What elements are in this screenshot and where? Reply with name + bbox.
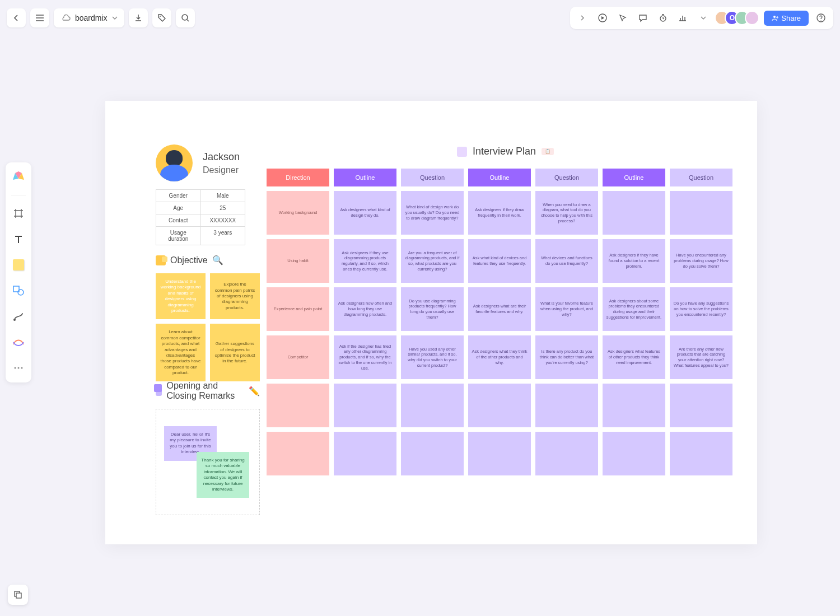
avatar[interactable] bbox=[745, 11, 759, 25]
plan-cell[interactable] bbox=[603, 384, 665, 427]
svg-point-8 bbox=[13, 319, 16, 321]
profile-key: Contact bbox=[156, 214, 201, 226]
svg-point-10 bbox=[18, 367, 20, 369]
plan-header: Direction bbox=[267, 169, 329, 186]
profile-name: Jackson bbox=[203, 151, 240, 163]
more-button[interactable] bbox=[696, 10, 711, 26]
topbar: boardmix O Share bbox=[7, 7, 833, 29]
plan-direction[interactable]: Competitor bbox=[267, 335, 329, 379]
back-button[interactable] bbox=[7, 8, 26, 27]
profile-row: ContactXXXXXXX bbox=[156, 214, 245, 227]
shape-tool[interactable] bbox=[11, 283, 26, 298]
plan-cell[interactable]: Ask what kind of devices and features th… bbox=[468, 239, 531, 283]
svg-point-9 bbox=[15, 367, 16, 369]
profile-val: Male bbox=[201, 190, 245, 202]
profile-key: Gender bbox=[156, 190, 201, 202]
plan-cell[interactable] bbox=[468, 432, 531, 475]
board-title-box[interactable]: boardmix bbox=[54, 8, 124, 27]
plan-cell[interactable] bbox=[401, 432, 464, 475]
plan-cell[interactable] bbox=[603, 191, 665, 235]
objective-note[interactable]: Explore the common pain points of design… bbox=[210, 273, 260, 319]
plan-cell[interactable]: When you need to draw a diagram, what to… bbox=[535, 191, 598, 235]
plan-cell[interactable] bbox=[670, 432, 732, 475]
pen-tool[interactable] bbox=[11, 334, 26, 350]
plan-tag: 📋 bbox=[542, 148, 554, 155]
search-button[interactable] bbox=[176, 8, 195, 27]
plan-direction[interactable]: Experience and pain point bbox=[267, 287, 329, 331]
plan-cell[interactable] bbox=[670, 384, 732, 427]
objective-note[interactable]: Gather suggestions of designers to optim… bbox=[210, 324, 260, 381]
plan-cell[interactable]: Ask designers about some problems they e… bbox=[603, 287, 665, 331]
svg-point-7 bbox=[18, 290, 24, 295]
plan-cell[interactable]: What kind of design work do you usually … bbox=[401, 191, 464, 235]
plan-cell[interactable]: Are you a frequent user of diagramming p… bbox=[401, 239, 464, 283]
plan-cell[interactable]: Ask designers what features of other pro… bbox=[603, 335, 665, 379]
plan-cell[interactable]: Ask designers what are their favorite fe… bbox=[468, 287, 531, 331]
plan-direction[interactable] bbox=[267, 432, 329, 475]
plan-cell[interactable] bbox=[603, 432, 665, 475]
sticky-icon bbox=[156, 386, 162, 396]
expand-button[interactable] bbox=[575, 10, 590, 26]
connector-tool[interactable] bbox=[11, 309, 26, 324]
play-button[interactable] bbox=[595, 10, 610, 26]
plan-header: Question bbox=[401, 169, 464, 186]
share-button[interactable]: Share bbox=[764, 11, 809, 26]
download-button[interactable] bbox=[129, 8, 148, 27]
plan-cell[interactable] bbox=[334, 384, 396, 427]
text-tool[interactable] bbox=[11, 231, 26, 247]
interview-plan: Interview Plan 📋 DirectionOutlineQuestio… bbox=[267, 146, 732, 475]
plan-cell[interactable]: Ask designers what they think of the oth… bbox=[468, 335, 531, 379]
person-plus-icon bbox=[772, 15, 778, 21]
plan-cell[interactable]: What devices and functions do you use fr… bbox=[535, 239, 598, 283]
svg-point-1 bbox=[182, 15, 188, 20]
plan-cell[interactable]: Ask if the designer has tried any other … bbox=[334, 335, 396, 379]
plan-cell[interactable] bbox=[535, 432, 598, 475]
plan-title: Interview Plan bbox=[473, 146, 536, 157]
plan-cell[interactable] bbox=[401, 384, 464, 427]
plan-cell[interactable]: Ask designers what kind of design they d… bbox=[334, 191, 396, 235]
plan-cell[interactable] bbox=[334, 432, 396, 475]
objective-note[interactable]: Learn about common competitor products, … bbox=[156, 324, 206, 381]
plan-cell[interactable]: Ask designers if they have found a solut… bbox=[603, 239, 665, 283]
cursor-button[interactable] bbox=[615, 10, 631, 26]
chart-button[interactable] bbox=[675, 10, 691, 26]
svg-point-0 bbox=[160, 16, 161, 17]
board-title: boardmix bbox=[75, 13, 108, 22]
frame-tool[interactable] bbox=[11, 206, 26, 221]
plan-cell[interactable]: Do you have any suggestions on how to so… bbox=[670, 287, 732, 331]
profile-avatar bbox=[156, 144, 193, 181]
plan-cell[interactable]: Are there any other new products that ar… bbox=[670, 335, 732, 379]
canvas[interactable]: Jackson Designer GenderMaleAge25ContactX… bbox=[105, 101, 757, 544]
plan-cell[interactable]: Do you use diagramming products frequent… bbox=[401, 287, 464, 331]
plan-cell[interactable] bbox=[670, 191, 732, 235]
profile-row: Usage duration3 years bbox=[156, 227, 245, 245]
plan-cell[interactable]: What is your favorite feature when using… bbox=[535, 287, 598, 331]
plan-cell[interactable]: Ask designers if they draw frequently in… bbox=[468, 191, 531, 235]
plan-cell[interactable]: Ask designers how often and how long the… bbox=[334, 287, 396, 331]
closing-note[interactable]: Thank you for sharing so much valuable i… bbox=[197, 452, 249, 498]
logo-icon[interactable] bbox=[11, 169, 26, 185]
help-button[interactable] bbox=[813, 10, 829, 26]
comment-button[interactable] bbox=[635, 10, 651, 26]
plan-cell[interactable] bbox=[535, 384, 598, 427]
menu-button[interactable] bbox=[30, 8, 49, 27]
sticky-icon bbox=[457, 147, 467, 157]
plan-cell[interactable]: Have you encountered any problems during… bbox=[670, 239, 732, 283]
plan-cell[interactable] bbox=[468, 384, 531, 427]
plan-direction[interactable] bbox=[267, 384, 329, 427]
plan-cell[interactable]: Ask designers if they use diagramming pr… bbox=[334, 239, 396, 283]
timer-button[interactable] bbox=[655, 10, 671, 26]
svg-point-4 bbox=[773, 16, 776, 18]
layers-button[interactable] bbox=[8, 585, 28, 605]
plan-direction[interactable]: Using habit bbox=[267, 239, 329, 283]
plan-cell[interactable]: Is there any product do you think can do… bbox=[535, 335, 598, 379]
collaborator-avatars[interactable]: O bbox=[719, 11, 759, 25]
objective-note[interactable]: Understand the working background and ha… bbox=[156, 273, 206, 319]
sticky-note-tool[interactable] bbox=[11, 257, 26, 273]
cloud-icon bbox=[60, 14, 71, 22]
more-tools[interactable] bbox=[11, 360, 26, 376]
tag-button[interactable] bbox=[152, 8, 171, 27]
plan-cell[interactable]: Have you used any other similar products… bbox=[401, 335, 464, 379]
profile-val: 25 bbox=[201, 202, 245, 214]
plan-direction[interactable]: Working background bbox=[267, 191, 329, 235]
